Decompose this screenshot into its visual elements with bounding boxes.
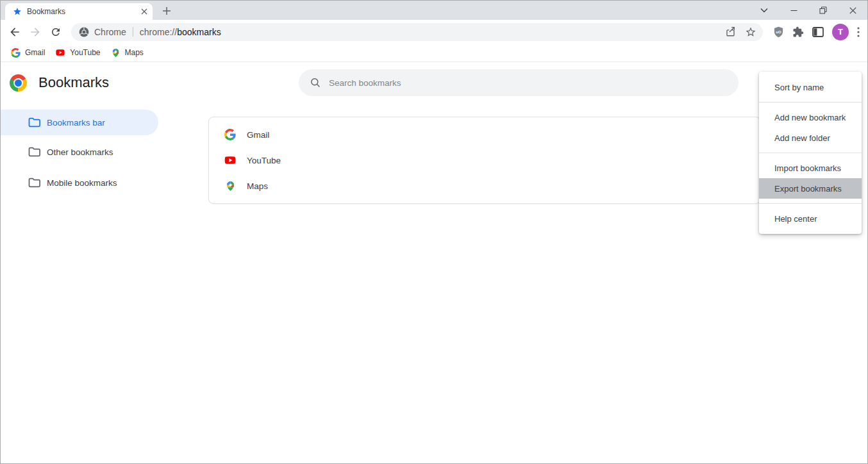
google-g-icon xyxy=(224,129,237,140)
restore-icon xyxy=(819,6,827,14)
tab-favicon-star-icon xyxy=(13,7,22,16)
chrome-logo-ring xyxy=(13,78,23,88)
sidebar-item-bookmarks-bar[interactable]: Bookmarks bar xyxy=(1,110,158,135)
folder-icon xyxy=(28,116,40,129)
svg-text:uO: uO xyxy=(776,29,781,33)
bookmark-label: Gmail xyxy=(25,48,45,57)
plus-icon xyxy=(162,6,171,15)
side-panel-icon xyxy=(812,27,824,37)
extensions-button[interactable] xyxy=(792,26,804,38)
avatar-letter: T xyxy=(838,27,843,37)
new-tab-button[interactable] xyxy=(160,4,174,18)
forward-arrow-icon xyxy=(29,26,42,38)
sidebar-item-label: Bookmarks bar xyxy=(47,118,105,128)
tab-bookmarks[interactable]: Bookmarks xyxy=(5,3,153,20)
restore-button[interactable] xyxy=(808,1,838,20)
chrome-mono-icon xyxy=(79,27,89,37)
bookmarks-bar-item-maps[interactable]: Maps xyxy=(106,45,149,60)
browser-menu-button[interactable] xyxy=(857,27,860,37)
google-maps-icon xyxy=(111,48,121,58)
minimize-icon xyxy=(790,7,797,14)
menu-divider xyxy=(759,153,862,153)
tab-strip: Bookmarks xyxy=(1,1,867,20)
bookmark-manager-page: Bookmarks Bookmarks bar Other bookmarks … xyxy=(1,62,867,463)
address-bar[interactable]: Chrome chrome://bookmarks xyxy=(71,23,763,41)
page-title: Bookmarks xyxy=(38,74,109,91)
bookmark-row-label: Maps xyxy=(247,181,268,191)
close-window-button[interactable] xyxy=(838,1,867,20)
tab-title: Bookmarks xyxy=(27,7,141,16)
profile-avatar[interactable]: T xyxy=(832,24,849,40)
menu-item-export-bookmarks[interactable]: Export bookmarks xyxy=(759,178,862,199)
bookmark-star-button[interactable] xyxy=(745,26,756,38)
bookmark-row-label: YouTube xyxy=(247,156,281,165)
bookmark-label: Maps xyxy=(125,48,144,57)
toolbar: Chrome chrome://bookmarks uO T xyxy=(1,20,867,44)
menu-divider xyxy=(759,102,862,103)
bookmarks-bar-item-youtube[interactable]: YouTube xyxy=(50,45,105,60)
tab-search-button[interactable] xyxy=(749,1,779,20)
menu-item-add-new-folder[interactable]: Add new folder xyxy=(759,128,862,148)
bookmarks-bar-item-gmail[interactable]: Gmail xyxy=(6,45,50,60)
menu-item-import-bookmarks[interactable]: Import bookmarks xyxy=(759,158,862,178)
browser-window: Bookmarks xyxy=(0,0,868,464)
bookmark-list-card: Gmail YouTube Maps xyxy=(208,117,761,204)
close-icon xyxy=(849,7,856,14)
chrome-logo-center xyxy=(15,79,22,87)
star-outline-icon xyxy=(745,26,756,38)
url-scheme: chrome:// xyxy=(140,27,177,37)
url-text: chrome://bookmarks xyxy=(140,27,221,37)
bookmark-row-label: Gmail xyxy=(247,130,269,140)
sidebar-item-mobile-bookmarks[interactable]: Mobile bookmarks xyxy=(1,170,158,195)
back-button[interactable] xyxy=(6,23,24,41)
chrome-logo-icon xyxy=(10,74,27,92)
share-icon xyxy=(725,26,736,37)
omnibox-actions xyxy=(725,26,756,38)
google-maps-icon xyxy=(224,181,237,192)
bookmark-label: YouTube xyxy=(70,48,100,57)
folder-icon xyxy=(28,145,40,158)
back-arrow-icon xyxy=(8,26,21,38)
search-box[interactable] xyxy=(299,69,739,96)
kebab-menu-icon xyxy=(857,27,860,37)
google-g-icon xyxy=(11,48,21,58)
menu-item-help-center[interactable]: Help center xyxy=(759,208,862,229)
puzzle-icon xyxy=(792,26,804,38)
organize-dropdown-menu: Sort by name Add new bookmark Add new fo… xyxy=(759,72,862,234)
folder-icon xyxy=(28,176,40,189)
reload-icon xyxy=(50,26,62,38)
minimize-button[interactable] xyxy=(779,1,808,20)
search-input[interactable] xyxy=(329,78,727,88)
bookmark-row-maps[interactable]: Maps xyxy=(209,173,760,199)
menu-item-sort-by-name[interactable]: Sort by name xyxy=(759,77,862,97)
reload-button[interactable] xyxy=(47,23,65,41)
forward-button[interactable] xyxy=(26,23,44,41)
side-panel-button[interactable] xyxy=(812,27,824,37)
tab-close-button[interactable] xyxy=(141,8,147,15)
bookmark-row-gmail[interactable]: Gmail xyxy=(209,122,760,147)
ublock-shield-button[interactable]: uO xyxy=(773,26,784,38)
chevron-down-icon xyxy=(760,8,768,13)
search-icon xyxy=(310,78,321,88)
omnibox-separator xyxy=(133,27,133,37)
url-host: bookmarks xyxy=(177,27,221,37)
menu-divider xyxy=(759,203,862,204)
toolbar-extensions-area: uO T xyxy=(767,24,862,40)
sidebar-item-label: Mobile bookmarks xyxy=(47,178,117,188)
shield-icon: uO xyxy=(773,26,784,38)
share-button[interactable] xyxy=(725,26,736,37)
menu-item-add-new-bookmark[interactable]: Add new bookmark xyxy=(759,107,862,128)
engine-label: Chrome xyxy=(94,27,126,37)
bookmark-row-youtube[interactable]: YouTube xyxy=(209,147,760,173)
window-controls xyxy=(749,1,867,20)
sidebar-item-label: Other bookmarks xyxy=(47,147,113,157)
close-icon xyxy=(141,8,147,15)
sidebar-item-other-bookmarks[interactable]: Other bookmarks xyxy=(1,139,158,165)
bookmarks-bar: Gmail YouTube Maps xyxy=(1,44,867,62)
youtube-icon xyxy=(55,47,65,58)
youtube-icon xyxy=(224,154,237,167)
